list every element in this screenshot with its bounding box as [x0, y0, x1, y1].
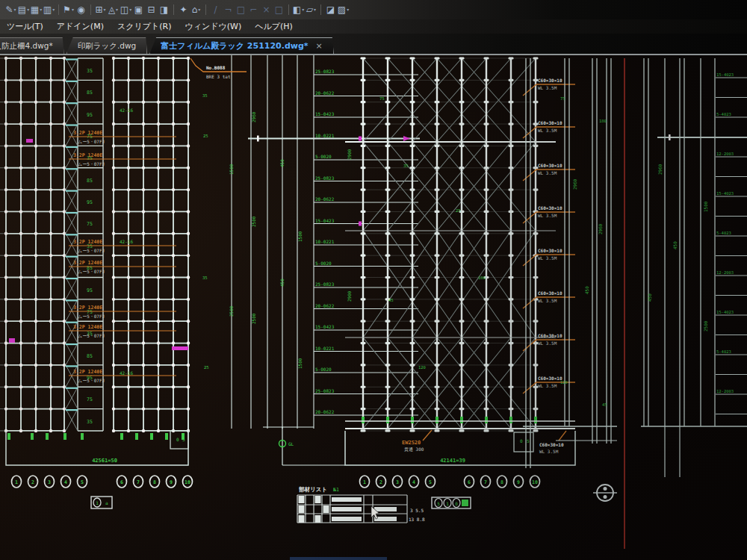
- tab-3[interactable]: 富士フィルム殿ラック 251120.dwg*×: [149, 37, 334, 54]
- new-doc-icon[interactable]: ▱▾: [305, 2, 317, 17]
- cad-drawing: 358595753585957535859575358595753542-164…: [0, 55, 747, 560]
- svg-text:C60×30×10: C60×30×10: [538, 78, 562, 83]
- print-icon[interactable]: ▤▾: [17, 2, 30, 17]
- extend-icon[interactable]: ⌐: [247, 2, 260, 17]
- toolbar: ✎▾▤▾▦▾▥▾⚑▾◉⊞▾◬▾◫▾▣⊟◨✦⌂▾/¬□⌐×□◧▾▱▾◪▨▾: [0, 0, 747, 19]
- svg-text:35: 35: [403, 164, 409, 168]
- svg-text:10-0221: 10-0221: [315, 346, 335, 351]
- array-icon[interactable]: ▣: [132, 2, 145, 17]
- svg-text:1500: 1500: [297, 358, 303, 369]
- svg-text:WL 3.5M: WL 3.5M: [538, 255, 557, 261]
- tab-close-icon[interactable]: ×: [316, 41, 323, 51]
- svg-text:2500: 2500: [251, 313, 256, 324]
- draw-tool-icon[interactable]: ✎▾: [4, 2, 17, 17]
- rotate-icon[interactable]: /: [209, 2, 222, 17]
- mirror-icon[interactable]: ◬▾: [107, 2, 120, 17]
- svg-text:3.2P 1240E: 3.2P 1240E: [73, 152, 102, 158]
- svg-text:3.2P 1240E: 3.2P 1240E: [73, 369, 102, 375]
- grid-view-icon[interactable]: ▥▾: [43, 2, 55, 17]
- svg-text:C60×30×10: C60×30×10: [538, 290, 562, 296]
- svg-text:2500: 2500: [251, 216, 256, 227]
- svg-text:15-0423: 15-0423: [315, 218, 335, 223]
- flag-tool-icon[interactable]: ⚑▾: [62, 2, 75, 17]
- dropdown-caret-icon[interactable]: ▾: [27, 7, 29, 12]
- svg-text:1: 1: [446, 501, 449, 506]
- erase-icon[interactable]: ✦: [177, 2, 190, 17]
- svg-text:12-2003: 12-2003: [716, 152, 734, 156]
- svg-text:8: 8: [153, 479, 156, 485]
- layout-icon[interactable]: ▦▾: [30, 2, 43, 17]
- svg-text:45: 45: [602, 402, 607, 407]
- menu-script[interactable]: スクリプト(R): [111, 21, 179, 32]
- svg-text:42561=50: 42561=50: [92, 458, 117, 464]
- drawing-canvas[interactable]: 358595753585957535859575358595753542-164…: [0, 55, 747, 560]
- toolbar-separator: [90, 4, 91, 15]
- svg-text:ムー5・07FJ: ムー5・07FJ: [78, 248, 105, 253]
- menu-addin[interactable]: アドイン(M): [50, 21, 111, 32]
- svg-text:25-0823: 25-0823: [315, 281, 335, 287]
- snap-icon[interactable]: ⊞▾: [94, 2, 107, 17]
- dropdown-caret-icon[interactable]: ▾: [347, 7, 349, 12]
- svg-text:1500: 1500: [297, 231, 303, 242]
- svg-text:75: 75: [379, 96, 385, 101]
- svg-text:WL 3.5M: WL 3.5M: [538, 383, 557, 388]
- svg-text:35: 35: [87, 419, 93, 425]
- attach-icon[interactable]: ▨▾: [337, 2, 350, 17]
- svg-text:ムー5・07FJ: ムー5・07FJ: [78, 139, 105, 144]
- svg-text:貫通 300: 貫通 300: [404, 447, 424, 452]
- svg-text:3.2P 1240E: 3.2P 1240E: [73, 260, 102, 266]
- svg-text:3.2P 1240E: 3.2P 1240E: [73, 130, 102, 136]
- document-tab-bar: 侵入防止柵4.dwg*印刷ラック.dwg富士フィルム殿ラック 251120.dw…: [0, 34, 747, 55]
- svg-text:6: 6: [468, 479, 471, 485]
- dropdown-caret-icon[interactable]: ▾: [40, 7, 42, 12]
- dropdown-caret-icon[interactable]: ▾: [72, 7, 74, 12]
- svg-text:13 8.8: 13 8.8: [409, 517, 425, 522]
- offset-icon[interactable]: ¬: [222, 2, 235, 17]
- svg-text:20-0622: 20-0622: [315, 196, 335, 202]
- svg-text:42-16: 42-16: [120, 370, 133, 376]
- home-icon[interactable]: ⌂▾: [190, 2, 202, 17]
- svg-text:85: 85: [87, 90, 93, 96]
- svg-text:1: 1: [96, 500, 99, 505]
- break-icon[interactable]: ×: [260, 2, 273, 17]
- join-icon[interactable]: □: [273, 2, 285, 17]
- svg-text:WL 3.5M: WL 3.5M: [538, 298, 557, 303]
- svg-text:75: 75: [87, 221, 93, 227]
- svg-text:5: 5: [437, 501, 440, 506]
- panel-icon[interactable]: ◨: [158, 2, 170, 17]
- dropdown-caret-icon[interactable]: ▾: [104, 7, 106, 12]
- tab-1[interactable]: 侵入防止柵4.dwg*: [0, 37, 64, 54]
- dropdown-caret-icon[interactable]: ▾: [302, 7, 304, 12]
- svg-text:C60×30×10: C60×30×10: [538, 205, 562, 211]
- svg-text:7: 7: [484, 479, 487, 485]
- tab-2[interactable]: 印刷ラック.dwg: [66, 37, 148, 54]
- menu-tools[interactable]: ツール(T): [0, 21, 50, 32]
- svg-text:1: 1: [15, 479, 18, 485]
- svg-text:WL 3.5M: WL 3.5M: [538, 85, 557, 90]
- insert-block-icon[interactable]: ◪: [324, 2, 337, 17]
- toolbar-separator: [205, 4, 206, 15]
- svg-text:2900: 2900: [347, 290, 352, 302]
- zoom-tool-icon[interactable]: ◉: [75, 2, 87, 17]
- cad-application-window: ✎▾▤▾▦▾▥▾⚑▾◉⊞▾◬▾◫▾▣⊟◨✦⌂▾/¬□⌐×□◧▾▱▾◪▨▾ ツール…: [0, 0, 747, 560]
- tile-icon[interactable]: ⊟: [145, 2, 158, 17]
- svg-text:WL 3.5M: WL 3.5M: [538, 213, 557, 218]
- trim-icon[interactable]: □: [235, 2, 247, 17]
- dropdown-caret-icon[interactable]: ▾: [314, 7, 316, 12]
- dropdown-caret-icon[interactable]: ▾: [198, 7, 200, 12]
- toolbar-separator: [58, 4, 59, 15]
- layers-icon[interactable]: ◧▾: [292, 2, 305, 17]
- svg-text:25: 25: [203, 134, 208, 138]
- copy-icon[interactable]: ◫▾: [120, 2, 132, 17]
- menu-window[interactable]: ウィンドウ(W): [178, 21, 248, 32]
- dropdown-caret-icon[interactable]: ▾: [52, 7, 55, 12]
- svg-text:5: 5: [429, 479, 432, 485]
- svg-text:9: 9: [170, 479, 173, 485]
- svg-text:5-0020: 5-0020: [315, 261, 332, 266]
- dropdown-caret-icon[interactable]: ▾: [116, 7, 118, 12]
- dropdown-caret-icon[interactable]: ▾: [129, 7, 131, 12]
- svg-text:ムー5・07FJ: ムー5・07FJ: [78, 314, 105, 319]
- dropdown-caret-icon[interactable]: ▾: [14, 7, 16, 12]
- menu-help[interactable]: ヘルプ(H): [248, 21, 300, 32]
- svg-text:75: 75: [560, 96, 565, 101]
